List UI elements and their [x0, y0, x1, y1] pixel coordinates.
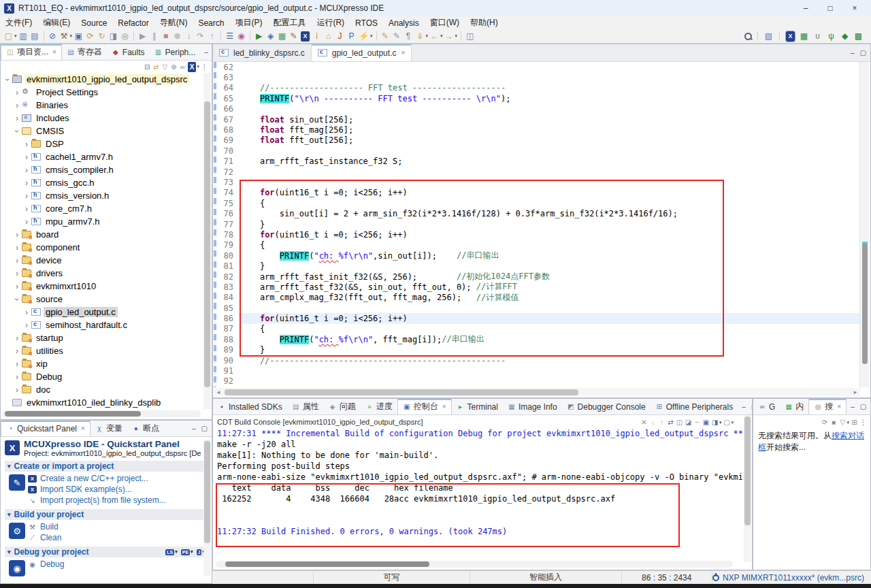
scroll-lock-button[interactable]: ◪ [685, 417, 692, 427]
code-line-text[interactable]: for(uint16_t i =0; i<256; i++) [240, 229, 860, 240]
line-number[interactable]: 70 [217, 146, 240, 156]
code-line-text[interactable]: for(uint16_t i =0; i<256; i++) [240, 313, 860, 323]
code-line-text[interactable]: float sin_out[256]; [240, 114, 860, 125]
tree-item[interactable]: ›board [1, 228, 202, 241]
code-line-text[interactable]: { [240, 324, 860, 334]
line-number[interactable]: 77 [217, 220, 240, 229]
ide-perspective-button[interactable]: X [786, 31, 795, 42]
pemicro-debug-dropdown[interactable]: PE▾ [181, 549, 193, 555]
code-line-text[interactable] [240, 177, 860, 187]
line-number[interactable]: 68 [217, 125, 240, 135]
code-line-text[interactable]: arm_cmplx_mag_f32(fft_out, fft_mag, 256)… [240, 293, 860, 303]
minimize-panel-icon[interactable]: – [851, 49, 855, 56]
code-line-text[interactable]: PRINTF("ch: %f\r\n",sin_out[i]); //串口输出 [240, 250, 860, 261]
line-number[interactable]: 92 [217, 376, 240, 386]
editor-scroll-thumb[interactable] [862, 243, 868, 364]
menu-item[interactable]: Search [193, 18, 229, 28]
line-number[interactable]: 81 [217, 261, 240, 271]
x-tools-button[interactable]: X [188, 62, 197, 72]
tree-item[interactable]: ›evkmimxrt1010 [1, 280, 202, 293]
show-console-button[interactable]: ▣ [702, 417, 710, 427]
explorer-horizontal-scrollbar[interactable] [2, 410, 201, 417]
display-selected-console-dropdown[interactable]: ▢ [723, 417, 730, 427]
menu-item[interactable]: 文件(F) [0, 17, 37, 29]
editor-tab-gpio-led-output[interactable]: gpio_led_output.c× [312, 44, 412, 61]
minimize-panel-icon[interactable]: – [192, 425, 196, 432]
back-button[interactable]: ← [430, 31, 439, 42]
console-tab-debugger-console[interactable]: ◩Debugger Console [562, 399, 651, 414]
line-number[interactable]: 89 [217, 345, 240, 355]
search-icon[interactable] [744, 32, 753, 41]
code-line-text[interactable] [240, 376, 860, 387]
code-area[interactable]: 626364 //------------------- FFT test --… [214, 62, 860, 387]
step-over-button[interactable]: ↷ [196, 31, 205, 42]
section-header[interactable]: ▾Build your project [5, 509, 208, 520]
debug-link[interactable]: ◉Debug [28, 559, 208, 570]
code-line-text[interactable] [240, 146, 860, 156]
tree-item[interactable]: ›cmsis_compiler.h [1, 163, 202, 176]
code-line-text[interactable]: float fft_mag[256]; [240, 125, 860, 135]
trace-button[interactable]: ◉ [237, 31, 246, 42]
overview-ruler[interactable] [859, 62, 870, 387]
line-number[interactable]: 71 [217, 157, 240, 166]
expand-arrow-icon[interactable]: › [12, 127, 22, 135]
tree-item[interactable]: ›doc [1, 383, 202, 396]
registers-view-button[interactable]: ☰ [225, 31, 234, 42]
console-output[interactable]: 11:27:31 **** Incremental Build of confi… [217, 429, 742, 562]
expand-arrow-icon[interactable]: › [13, 88, 21, 97]
expand-arrow-icon[interactable]: › [22, 191, 31, 201]
section-collapse-icon[interactable]: ▾ [7, 511, 11, 518]
line-number[interactable]: 83 [217, 282, 240, 292]
quickstart-tab-variables[interactable]: χ变量 [91, 421, 127, 436]
menu-item[interactable]: RTOS [350, 18, 383, 28]
maximize-button[interactable]: □ [818, 3, 842, 13]
explorer-tab-registers[interactable]: ▤寄存器 [62, 44, 107, 60]
line-number[interactable]: 90 [217, 356, 240, 365]
back-button-dropdown-icon[interactable]: ▾ [440, 33, 443, 39]
menu-item[interactable]: 配置工具 [267, 17, 311, 29]
expand-arrow-icon[interactable]: › [13, 101, 21, 110]
search-tab-globals[interactable]: ∞G [753, 399, 780, 414]
ide-button[interactable]: X [301, 31, 310, 42]
develop-perspective-button[interactable]: ▦ [800, 31, 808, 42]
editor-horizontal-scrollbar[interactable]: ◂ ▸ [214, 388, 860, 396]
open-console-dropdown[interactable]: ◨ [711, 417, 719, 427]
tree-item[interactable]: ›Binaries [1, 99, 202, 112]
minimize-panel-icon[interactable]: – [851, 403, 855, 410]
tree-item[interactable]: ›device [1, 254, 202, 267]
code-line-text[interactable]: } [240, 261, 860, 271]
maximize-panel-icon[interactable]: ▢ [751, 403, 752, 410]
line-number[interactable]: 78 [217, 230, 240, 240]
console-tab-console[interactable]: ▣控制台× [397, 399, 452, 414]
tree-item[interactable]: ›DSP [1, 137, 202, 150]
section-collapse-icon[interactable]: ▾ [7, 549, 11, 555]
close-icon[interactable]: × [442, 403, 446, 410]
tree-item[interactable]: ›gpio_led_output.c [1, 306, 202, 318]
tree-item[interactable]: ›startup [1, 331, 202, 344]
run-button[interactable]: ▶ [254, 31, 263, 42]
close-icon[interactable]: × [81, 425, 85, 432]
code-line-text[interactable]: float fft_out[256]; [240, 135, 860, 146]
tree-item[interactable]: ›cachel1_armv7.h [1, 150, 202, 163]
code-line-text[interactable] [240, 365, 860, 376]
linkserver-debug-dropdown[interactable]: LS▾ [165, 549, 177, 555]
save-button[interactable]: ▥ [19, 31, 28, 42]
expand-arrow-icon[interactable]: › [22, 178, 31, 188]
filter-button[interactable]: ▽ [161, 62, 169, 72]
open-console-dropdown-dropdown-icon[interactable]: ▾ [719, 420, 722, 425]
maximize-panel-icon[interactable]: ▢ [201, 425, 208, 432]
previous-message-button[interactable]: ↑ [658, 417, 665, 427]
console-vertical-scrollbar[interactable] [744, 415, 751, 562]
code-line-text[interactable]: arm_rfft_fast_init_f32(&S, 256); //初始化10… [240, 272, 860, 282]
search-tab-search[interactable]: ◎搜× [808, 399, 847, 414]
expand-arrow-icon[interactable]: › [13, 114, 21, 123]
tree-item[interactable]: ›Includes [1, 112, 202, 125]
import-sdk-example-s-link[interactable]: XImport SDK example(s)... [28, 484, 208, 495]
step-return-button[interactable]: ↑ [208, 31, 216, 42]
menu-item[interactable]: 项目(P) [229, 17, 267, 29]
section-collapse-icon[interactable]: ▾ [7, 463, 11, 470]
tree-item[interactable]: ›source [1, 293, 202, 306]
line-number[interactable]: 67 [217, 115, 240, 125]
menu-item[interactable]: 帮助(H) [465, 17, 504, 29]
clear-console-button[interactable]: ✕ [640, 417, 648, 427]
